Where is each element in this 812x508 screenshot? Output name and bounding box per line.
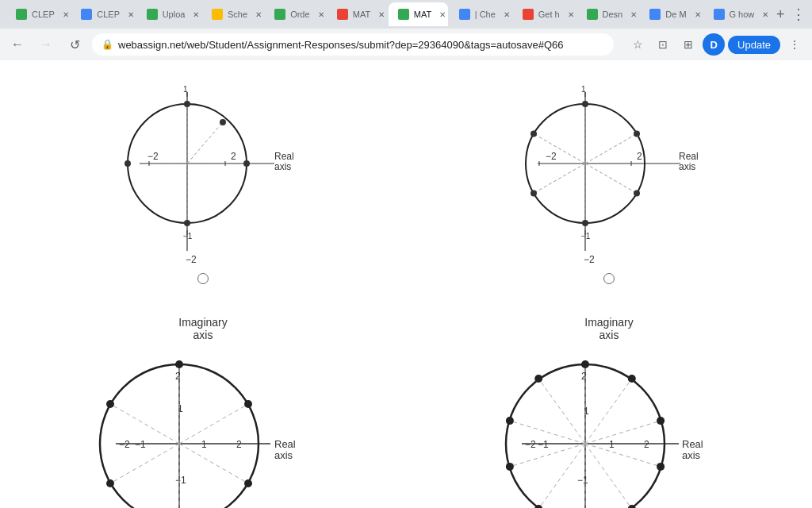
tab-favicon-t1	[16, 9, 27, 20]
dot-3-3	[244, 479, 252, 487]
tab-label-t2: CLEP	[97, 10, 120, 19]
neg2-x-4: −2	[525, 439, 536, 450]
tab-t11[interactable]: De M ✕	[640, 2, 702, 26]
pos2-label-1: 2	[231, 151, 236, 162]
pos2-y-3: 2	[175, 371, 181, 382]
tab-t9[interactable]: Get h ✕	[513, 2, 576, 26]
tab-menu-button[interactable]: ⋮	[791, 6, 806, 23]
tab-close-t11[interactable]: ✕	[695, 10, 701, 19]
extension-button[interactable]: ⊞	[677, 33, 699, 56]
menu-button[interactable]: ⋮	[783, 33, 806, 56]
tab-close-t4[interactable]: ✕	[255, 10, 262, 19]
dot-3-1	[175, 360, 183, 368]
tab-t6[interactable]: MAT ✕	[327, 2, 387, 26]
neg2-label-2: −2	[546, 151, 557, 162]
tick-2-bot: −1	[581, 232, 591, 241]
tab-close-t7[interactable]: ✕	[439, 10, 446, 19]
axis-label-2: axis	[679, 161, 695, 172]
tab-favicon-t9	[523, 9, 534, 20]
graph-svg-3: Real axis −2 2 2 −2 1 −1 1 −1	[84, 344, 322, 508]
url-text: webassign.net/web/Student/Assignment-Res…	[118, 39, 564, 51]
dot-3-6	[106, 400, 114, 408]
real-axis-label-4: axis	[682, 449, 701, 461]
tab-t7[interactable]: MAT ✕	[389, 2, 448, 26]
dot-3-5	[106, 479, 114, 487]
graph-cell-2: Real axis −2 2 −2 1 −1	[406, 68, 812, 292]
dot-2-5	[530, 190, 537, 197]
dline-4-2	[585, 379, 632, 444]
tab-t1[interactable]: CLEP ✕	[6, 2, 70, 26]
tab-label-t12: G how	[730, 10, 755, 19]
dot-2-2	[634, 131, 640, 137]
tab-label-t3: Uploa	[163, 10, 186, 19]
bookmark-button[interactable]: ☆	[626, 33, 649, 56]
radio-1[interactable]	[197, 273, 209, 284]
update-button[interactable]: Update	[728, 36, 780, 54]
dot-2-1	[582, 101, 588, 107]
dline-3-6	[110, 404, 179, 444]
new-tab-button[interactable]: +	[771, 3, 790, 25]
forward-button[interactable]: →	[35, 33, 57, 56]
tab-close-t12[interactable]: ✕	[762, 10, 768, 19]
dline-4-3	[585, 421, 661, 444]
tab-close-t3[interactable]: ✕	[193, 10, 199, 19]
line-1-2	[187, 122, 223, 164]
axis-label-3: axis	[193, 329, 213, 341]
browser-actions: ☆ ⊡ ⊞ D Update ⋮	[626, 33, 806, 56]
neg2-bot-1: −2	[186, 254, 197, 265]
dot-1-1	[184, 101, 190, 107]
tab-close-t2[interactable]: ✕	[128, 10, 134, 19]
real-label-4: Real	[682, 438, 703, 450]
tab-t8[interactable]: | Che ✕	[450, 2, 511, 26]
tab-t4[interactable]: Sche ✕	[202, 2, 263, 26]
tab-close-t9[interactable]: ✕	[568, 10, 574, 19]
real-label-3: Real	[274, 438, 296, 450]
tab-label-t5: Orde	[290, 10, 309, 19]
imaginary-label-4: Imaginary	[584, 316, 633, 329]
dot-3-2	[244, 400, 252, 408]
tab-t12[interactable]: G how ✕	[704, 2, 770, 26]
url-bar[interactable]: 🔒 webassign.net/web/Student/Assignment-R…	[92, 33, 614, 56]
graph-svg-2: Real axis −2 2 −2 1 −1	[498, 76, 720, 267]
reload-button[interactable]: ↺	[63, 33, 86, 56]
tab-label-t7: MAT	[414, 10, 431, 19]
back-button[interactable]: ←	[6, 33, 29, 56]
pos2-x-4: 2	[644, 439, 649, 450]
radio-2[interactable]	[603, 273, 615, 284]
neg2-x-3: −2	[119, 439, 130, 450]
dot-1-4	[184, 220, 190, 226]
tab-label-t4: Sche	[228, 10, 247, 19]
graph-cell-3: Imaginary axis Real axis −2 2 2 −2 1 −1 …	[0, 308, 406, 508]
graphs-grid: Real axis −2 2 −2 1 −1	[0, 68, 812, 508]
dot-1-3	[243, 160, 250, 167]
tab-favicon-t4	[212, 9, 223, 20]
dot-1-5	[124, 160, 131, 167]
pos2-x-3: 2	[236, 439, 242, 450]
graph-cell-1: Real axis −2 2 −2 1 −1	[0, 68, 406, 292]
tab-favicon-t3	[147, 9, 158, 20]
tab-close-t5[interactable]: ✕	[318, 10, 324, 19]
line-2-3	[585, 164, 637, 194]
tab-t5[interactable]: Orde ✕	[265, 2, 326, 26]
tab-close-t6[interactable]: ✕	[378, 10, 385, 19]
pos1-x-3: 1	[201, 439, 207, 450]
tab-close-t1[interactable]: ✕	[63, 10, 69, 19]
dline-4-4	[585, 444, 661, 467]
profile-button[interactable]: D	[703, 33, 725, 56]
tab-label-t11: De M	[665, 10, 686, 19]
dot-2-4	[582, 220, 588, 226]
tab-close-t8[interactable]: ✕	[504, 10, 510, 19]
tab-favicon-t11	[649, 9, 661, 20]
dot-4-3	[657, 417, 665, 425]
tab-favicon-t2	[81, 9, 92, 20]
tab-t3[interactable]: Uploa ✕	[137, 2, 201, 26]
tab-close-t10[interactable]: ✕	[630, 10, 637, 19]
tab-t10[interactable]: Desn ✕	[577, 2, 639, 26]
tab-t2[interactable]: CLEP ✕	[71, 2, 135, 26]
real-axis-label-3: axis	[274, 449, 293, 461]
tab-search-button[interactable]: ⊡	[652, 33, 674, 56]
tab-favicon-t10	[587, 9, 598, 20]
neg1-y-4: −1	[577, 475, 588, 486]
line-2-6	[534, 134, 585, 164]
graph-cell-4: Imaginary axis Real axis −2 2 2 −2 1 −1 …	[406, 308, 812, 508]
